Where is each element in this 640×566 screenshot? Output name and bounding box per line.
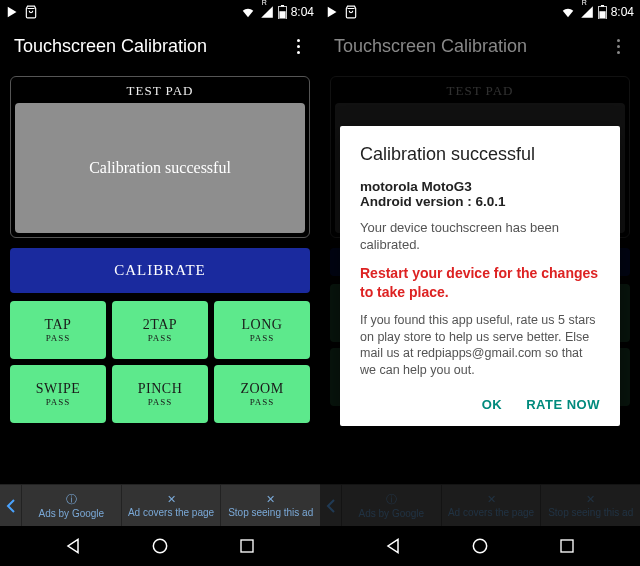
close-icon: ✕ xyxy=(487,493,496,506)
close-icon: ✕ xyxy=(266,493,275,506)
test-pad-message: Calibration successful xyxy=(89,159,231,177)
ads-by-google[interactable]: ⓘ Ads by Google xyxy=(22,485,122,526)
back-button[interactable] xyxy=(373,526,413,566)
app-title: Touchscreen Calibration xyxy=(334,36,611,57)
clock: 8:04 xyxy=(611,5,634,19)
shopping-icon xyxy=(344,5,358,19)
ad-bar: ⓘ Ads by Google ✕ Ad covers the page ✕ S… xyxy=(320,484,640,526)
ad-covers-page[interactable]: ✕ Ad covers the page xyxy=(442,485,542,526)
svg-point-8 xyxy=(473,539,486,552)
back-button[interactable] xyxy=(53,526,93,566)
battery-icon xyxy=(278,5,287,19)
svg-rect-6 xyxy=(601,5,604,7)
dialog-footer: If you found this app useful, rate us 5 … xyxy=(360,312,600,380)
wifi-icon xyxy=(560,5,576,19)
test-pad[interactable]: Calibration successful xyxy=(15,103,305,233)
play-store-icon xyxy=(6,5,20,19)
home-button[interactable] xyxy=(460,526,500,566)
close-icon: ✕ xyxy=(586,493,595,506)
app-title: Touchscreen Calibration xyxy=(14,36,291,57)
ad-covers-page[interactable]: ✕ Ad covers the page xyxy=(122,485,222,526)
tile-swipe[interactable]: SWIPE PASS xyxy=(10,365,106,423)
signal-icon: R xyxy=(260,5,274,19)
phone-right: R 8:04 Touchscreen Calibration TEST PAD xyxy=(320,0,640,566)
tile-2tap[interactable]: 2TAP PASS xyxy=(112,301,208,359)
test-pad-label: TEST PAD xyxy=(15,81,305,103)
stop-seeing-ad[interactable]: ✕ Stop seeing this ad xyxy=(541,485,640,526)
phone-left: R 8:04 Touchscreen Calibration TEST PAD … xyxy=(0,0,320,566)
svg-rect-2 xyxy=(279,11,285,18)
calibrate-button[interactable]: CALIBRATE xyxy=(10,248,310,293)
dialog-overlay[interactable]: Calibration successful motorola MotoG3 A… xyxy=(320,68,640,484)
overflow-menu-button[interactable] xyxy=(291,33,306,60)
action-bar: Touchscreen Calibration xyxy=(320,24,640,68)
ok-button[interactable]: OK xyxy=(482,397,503,412)
signal-icon: R xyxy=(580,5,594,19)
nav-bar xyxy=(0,526,320,566)
ad-bar: ⓘ Ads by Google ✕ Ad covers the page ✕ S… xyxy=(0,484,320,526)
device-name: motorola MotoG3 xyxy=(360,179,600,194)
content-area: TEST PAD Calibration successful CALIBRAT… xyxy=(0,68,320,484)
android-version: Android version : 6.0.1 xyxy=(360,194,600,209)
close-icon: ✕ xyxy=(167,493,176,506)
nav-bar xyxy=(320,526,640,566)
svg-rect-4 xyxy=(241,540,253,552)
svg-rect-7 xyxy=(599,11,605,18)
svg-rect-9 xyxy=(561,540,573,552)
shopping-icon xyxy=(24,5,38,19)
ad-back-button[interactable] xyxy=(320,485,342,526)
action-bar: Touchscreen Calibration xyxy=(0,24,320,68)
clock: 8:04 xyxy=(291,5,314,19)
recents-button[interactable] xyxy=(547,526,587,566)
recents-button[interactable] xyxy=(227,526,267,566)
tile-zoom[interactable]: ZOOM PASS xyxy=(214,365,310,423)
svg-point-3 xyxy=(153,539,166,552)
overflow-menu-button[interactable] xyxy=(611,33,626,60)
calibration-dialog: Calibration successful motorola MotoG3 A… xyxy=(340,126,620,426)
test-pad-container: TEST PAD Calibration successful xyxy=(10,76,310,238)
status-bar: R 8:04 xyxy=(0,0,320,24)
tile-long[interactable]: LONG PASS xyxy=(214,301,310,359)
ads-by-google[interactable]: ⓘ Ads by Google xyxy=(342,485,442,526)
home-button[interactable] xyxy=(140,526,180,566)
dialog-title: Calibration successful xyxy=(360,144,600,165)
dialog-body: Your device touchscreen has been calibra… xyxy=(360,219,600,254)
restart-notice: Restart your device for the changes to t… xyxy=(360,264,600,302)
battery-icon xyxy=(598,5,607,19)
ad-back-button[interactable] xyxy=(0,485,22,526)
stop-seeing-ad[interactable]: ✕ Stop seeing this ad xyxy=(221,485,320,526)
tile-tap[interactable]: TAP PASS xyxy=(10,301,106,359)
rate-now-button[interactable]: RATE NOW xyxy=(526,397,600,412)
dialog-actions: OK RATE NOW xyxy=(360,389,600,418)
gesture-grid: TAP PASS 2TAP PASS LONG PASS SWIPE PASS … xyxy=(10,301,310,423)
info-icon: ⓘ xyxy=(386,492,397,507)
info-icon: ⓘ xyxy=(66,492,77,507)
svg-rect-1 xyxy=(281,5,284,7)
play-store-icon xyxy=(326,5,340,19)
status-bar: R 8:04 xyxy=(320,0,640,24)
wifi-icon xyxy=(240,5,256,19)
tile-pinch[interactable]: PINCH PASS xyxy=(112,365,208,423)
